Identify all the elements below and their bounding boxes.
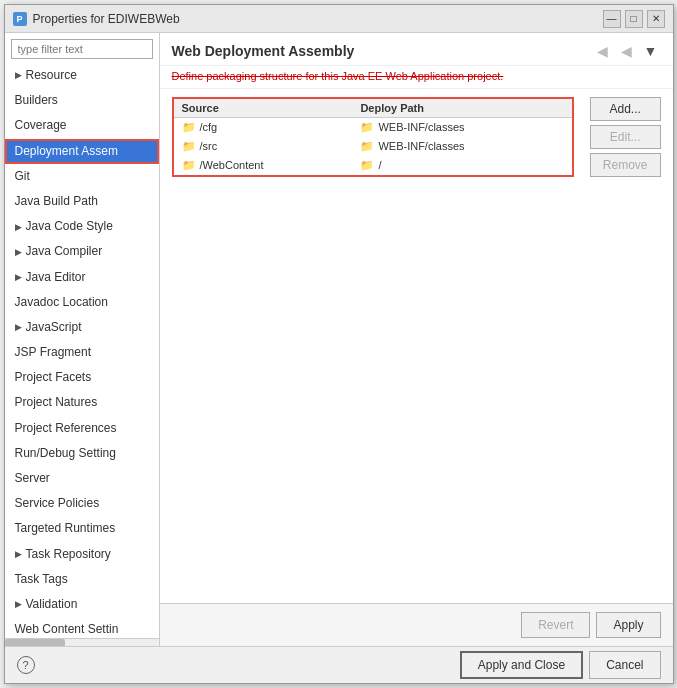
- sidebar-item-jsp-fragment[interactable]: JSP Fragment: [5, 340, 159, 365]
- sidebar: ▶ResourceBuildersCoverageDeployment Asse…: [5, 33, 160, 646]
- action-buttons: Add... Edit... Remove: [590, 97, 661, 185]
- help-button[interactable]: ?: [17, 656, 35, 674]
- window-controls: — □ ✕: [603, 10, 665, 28]
- window-title: Properties for EDIWEBWeb: [33, 12, 180, 26]
- edit-button[interactable]: Edit...: [590, 125, 661, 149]
- sidebar-item-deployment-assembly[interactable]: Deployment Assem: [5, 139, 159, 164]
- sidebar-item-git[interactable]: Git: [5, 164, 159, 189]
- sidebar-item-task-tags[interactable]: Task Tags: [5, 567, 159, 592]
- sidebar-item-server[interactable]: Server: [5, 466, 159, 491]
- content-description: Define packaging structure for this Java…: [160, 66, 673, 89]
- deploy-path-cell: 📁/: [352, 156, 571, 175]
- remove-button[interactable]: Remove: [590, 153, 661, 177]
- assembly-row: Source Deploy Path 📁/cfg📁WEB-INF/classes…: [172, 97, 661, 185]
- footer-right: Apply and Close Cancel: [460, 651, 661, 679]
- deploy-path-cell: 📁WEB-INF/classes: [352, 118, 571, 138]
- assembly-table: Source Deploy Path 📁/cfg📁WEB-INF/classes…: [174, 99, 572, 175]
- main-content: ▶ResourceBuildersCoverageDeployment Asse…: [5, 33, 673, 646]
- sidebar-item-builders[interactable]: Builders: [5, 88, 159, 113]
- sidebar-scrollbar-thumb: [5, 639, 65, 646]
- sidebar-item-resource[interactable]: ▶Resource: [5, 63, 159, 88]
- source-cell: 📁/src: [174, 137, 353, 156]
- sidebar-item-coverage[interactable]: Coverage: [5, 113, 159, 138]
- table-row[interactable]: 📁/cfg📁WEB-INF/classes: [174, 118, 572, 138]
- title-bar-left: P Properties for EDIWEBWeb: [13, 12, 180, 26]
- sidebar-scrollbar[interactable]: [5, 638, 159, 646]
- sidebar-item-java-editor[interactable]: ▶Java Editor: [5, 265, 159, 290]
- footer: ? Apply and Close Cancel: [5, 646, 673, 683]
- back-button[interactable]: ◀: [593, 41, 613, 61]
- content-header: Web Deployment Assembly ◀ ◀ ▼: [160, 33, 673, 66]
- content-title: Web Deployment Assembly: [172, 43, 355, 59]
- assembly-panel: Source Deploy Path 📁/cfg📁WEB-INF/classes…: [160, 89, 673, 603]
- sidebar-item-java-compiler[interactable]: ▶Java Compiler: [5, 239, 159, 264]
- forward-button[interactable]: ◀: [617, 41, 637, 61]
- sidebar-item-project-references[interactable]: Project References: [5, 416, 159, 441]
- deploy-path-cell: 📁WEB-INF/classes: [352, 137, 571, 156]
- cancel-button[interactable]: Cancel: [589, 651, 660, 679]
- col-deploy-path: Deploy Path: [352, 99, 571, 118]
- table-row[interactable]: 📁/WebContent📁/: [174, 156, 572, 175]
- properties-window: P Properties for EDIWEBWeb — □ ✕ ▶Resour…: [4, 4, 674, 684]
- window-icon: P: [13, 12, 27, 26]
- source-cell: 📁/cfg: [174, 118, 353, 138]
- sidebar-list: ▶ResourceBuildersCoverageDeployment Asse…: [5, 63, 159, 638]
- sidebar-item-javascript[interactable]: ▶JavaScript: [5, 315, 159, 340]
- sidebar-item-targeted-runtimes[interactable]: Targeted Runtimes: [5, 516, 159, 541]
- table-row[interactable]: 📁/src📁WEB-INF/classes: [174, 137, 572, 156]
- title-bar: P Properties for EDIWEBWeb — □ ✕: [5, 5, 673, 33]
- sidebar-item-task-repository[interactable]: ▶Task Repository: [5, 542, 159, 567]
- sidebar-item-service-policies[interactable]: Service Policies: [5, 491, 159, 516]
- menu-button[interactable]: ▼: [641, 41, 661, 61]
- assembly-table-container: Source Deploy Path 📁/cfg📁WEB-INF/classes…: [172, 97, 574, 185]
- revert-button[interactable]: Revert: [521, 612, 590, 638]
- col-source: Source: [174, 99, 353, 118]
- content-area: Web Deployment Assembly ◀ ◀ ▼ Define pac…: [160, 33, 673, 646]
- sidebar-item-javadoc-location[interactable]: Javadoc Location: [5, 290, 159, 315]
- apply-close-button[interactable]: Apply and Close: [460, 651, 583, 679]
- sidebar-item-java-code-style[interactable]: ▶Java Code Style: [5, 214, 159, 239]
- content-toolbar: ◀ ◀ ▼: [593, 41, 661, 61]
- sidebar-item-web-content-settings[interactable]: Web Content Settin: [5, 617, 159, 638]
- sidebar-item-java-build-path[interactable]: Java Build Path: [5, 189, 159, 214]
- add-button[interactable]: Add...: [590, 97, 661, 121]
- apply-button[interactable]: Apply: [596, 612, 660, 638]
- filter-input[interactable]: [11, 39, 153, 59]
- assembly-table-wrapper: Source Deploy Path 📁/cfg📁WEB-INF/classes…: [172, 97, 574, 177]
- bottom-buttons: Revert Apply: [160, 603, 673, 646]
- close-button[interactable]: ✕: [647, 10, 665, 28]
- sidebar-item-validation[interactable]: ▶Validation: [5, 592, 159, 617]
- sidebar-item-run-debug-settings[interactable]: Run/Debug Setting: [5, 441, 159, 466]
- sidebar-item-project-facets[interactable]: Project Facets: [5, 365, 159, 390]
- minimize-button[interactable]: —: [603, 10, 621, 28]
- maximize-button[interactable]: □: [625, 10, 643, 28]
- sidebar-item-project-natures[interactable]: Project Natures: [5, 390, 159, 415]
- source-cell: 📁/WebContent: [174, 156, 353, 175]
